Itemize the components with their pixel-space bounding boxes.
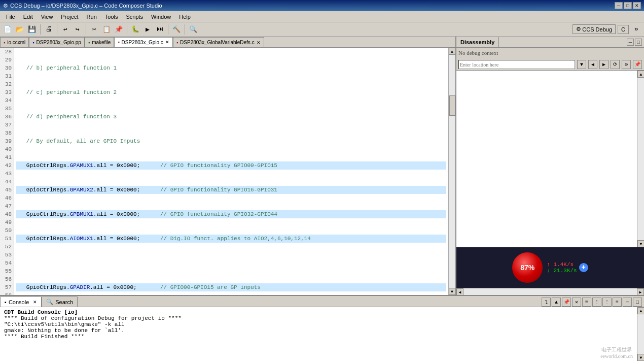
tab-console[interactable]: ▪ Console ✕ bbox=[0, 297, 42, 307]
console-build-start: **** Build of configuration Debug for pr… bbox=[4, 315, 633, 321]
meter-download-speed: ↓ 21.3K/s bbox=[547, 268, 577, 274]
menu-window[interactable]: Window bbox=[147, 13, 175, 21]
tab-dsp2803x-gpio-c[interactable]: ▪ DSP2803x_Gpio.c ✕ bbox=[114, 37, 172, 47]
toolbar-run[interactable]: ▶ bbox=[142, 24, 153, 35]
tab-label-dsp-global: DSP2803x_GlobalVariableDefs.c bbox=[180, 40, 255, 45]
scroll-down-arrow[interactable]: ▼ bbox=[449, 288, 456, 295]
console-minimize[interactable]: ─ bbox=[623, 298, 632, 307]
location-input[interactable] bbox=[458, 60, 575, 69]
menu-tools[interactable]: Tools bbox=[101, 13, 122, 21]
console-scroll-arrow-down[interactable]: ▼ bbox=[637, 354, 644, 361]
console-gmake-cmd: "C:\ti\ccsv5\utils\bin\gmake" -k all bbox=[4, 321, 633, 327]
tab-search[interactable]: 🔍 Search bbox=[42, 297, 78, 307]
toolbar-build[interactable]: 🔨 bbox=[171, 24, 182, 35]
menu-scripts[interactable]: Scripts bbox=[122, 13, 147, 21]
tab-label-dsp-pp: DSP2803x_Gpio.pp bbox=[37, 40, 81, 45]
console-scroll-arrow-up[interactable]: ▲ bbox=[637, 307, 644, 314]
menu-help[interactable]: Help bbox=[175, 13, 195, 21]
tab-makefile[interactable]: ▪ makefile bbox=[85, 37, 114, 47]
menu-project[interactable]: Project bbox=[57, 13, 82, 21]
c-perspective[interactable]: C bbox=[618, 25, 629, 34]
ccs-debug-perspective[interactable]: ⚙ CCS Debug bbox=[573, 24, 616, 34]
meter-plus-button[interactable]: + bbox=[579, 263, 588, 272]
console-clear[interactable]: ✕ bbox=[572, 298, 581, 307]
toolbar-undo[interactable]: ↩ bbox=[60, 24, 71, 35]
toolbar-debug[interactable]: 🐛 bbox=[130, 24, 141, 35]
console-menu3[interactable]: ⋮ bbox=[602, 298, 612, 307]
menu-edit[interactable]: Edit bbox=[19, 13, 37, 21]
toolbar-new[interactable]: 📄 bbox=[2, 24, 13, 35]
hscroll-right[interactable]: ▶ bbox=[637, 288, 644, 296]
toolbar-search[interactable]: 🔍 bbox=[188, 24, 199, 35]
menu-file[interactable]: File bbox=[2, 13, 19, 21]
dis-scroll-down[interactable]: ▼ bbox=[637, 240, 644, 247]
line-numbers: 28293031 32333435 36373839 40414243 4445… bbox=[0, 48, 14, 295]
tab-close-dsp-c[interactable]: ✕ bbox=[165, 40, 169, 45]
toolbar-print[interactable]: 🖨 bbox=[43, 24, 54, 35]
watermark: 电子工程世界 eeworld.com.cn bbox=[600, 346, 633, 359]
toolbar-copy[interactable]: 📋 bbox=[101, 24, 112, 35]
location-pin-btn[interactable]: 📌 bbox=[633, 60, 642, 69]
tab-dsp2803x-globalvariabledefs[interactable]: ▪ DSP2803x_GlobalVariableDefs.c ✕ bbox=[173, 37, 264, 47]
right-pane: Disassembly ─ □ No debug context ▼ ◀ ▶ ⟳… bbox=[456, 37, 644, 295]
location-bookmark-btn[interactable]: ⊕ bbox=[622, 60, 631, 69]
scroll-thumb[interactable] bbox=[449, 95, 455, 116]
menu-view[interactable]: View bbox=[37, 13, 57, 21]
console-menu1[interactable]: ≡ bbox=[582, 298, 591, 307]
disassembly-content: ▲ ▼ bbox=[456, 71, 644, 247]
meter-stats: ↑ 1.4K/s ↓ 21.3K/s bbox=[547, 261, 577, 274]
hscroll-left[interactable]: ◀ bbox=[456, 288, 463, 296]
console-scroll-up[interactable]: ▲ bbox=[552, 298, 561, 307]
right-pane-hscrollbar[interactable]: ◀ ▶ bbox=[456, 288, 644, 295]
disassembly-scrollbar[interactable]: ▲ ▼ bbox=[637, 71, 644, 247]
location-fwd-btn[interactable]: ▶ bbox=[599, 60, 609, 69]
pane-maximize-btn[interactable]: □ bbox=[635, 39, 642, 46]
console-menu4[interactable]: ≡ bbox=[613, 298, 622, 307]
console-tab-close[interactable]: ✕ bbox=[33, 300, 37, 305]
toolbar-cut[interactable]: ✂ bbox=[89, 24, 100, 35]
code-line-30: // d) peripheral function 3 bbox=[16, 113, 446, 121]
disassembly-tab-bar: Disassembly ─ □ bbox=[456, 37, 644, 48]
location-go-btn[interactable]: ▼ bbox=[577, 60, 586, 69]
pane-minimize-btn[interactable]: ─ bbox=[627, 39, 634, 46]
menu-run[interactable]: Run bbox=[83, 13, 101, 21]
toolbar-more[interactable]: » bbox=[631, 24, 642, 35]
console-gmake-result: gmake: Nothing to be done for `all'. bbox=[4, 327, 633, 334]
tab-dsp2803x-gpio-pp[interactable]: ▪ DSP2803x_Gpio.pp bbox=[29, 37, 85, 47]
title-bar-controls[interactable]: ─ □ ✕ bbox=[615, 2, 641, 9]
tab-label-makefile: makefile bbox=[92, 40, 111, 45]
console-menu2[interactable]: ⋮ bbox=[592, 298, 601, 307]
code-line-33: GpioCtrlRegs.GPAMUX2.all = 0x0000; // GP… bbox=[16, 186, 446, 194]
dis-scroll-up[interactable]: ▲ bbox=[637, 71, 644, 78]
console-scrollbar[interactable]: ▲ ▼ bbox=[637, 307, 644, 361]
ccs-debug-label: CCS Debug bbox=[582, 26, 612, 32]
location-refresh-btn[interactable]: ⟳ bbox=[611, 60, 620, 69]
tab-io-ccxml[interactable]: ▪ io.ccxml bbox=[0, 37, 29, 47]
toolbar-open[interactable]: 📂 bbox=[14, 24, 25, 35]
code-line-29: // c) peripheral function 2 bbox=[16, 88, 446, 96]
toolbar-redo[interactable]: ↪ bbox=[72, 24, 83, 35]
code-line-31: // By default, all are GPIO Inputs bbox=[16, 137, 446, 145]
tab-close-dsp-global[interactable]: ✕ bbox=[257, 40, 261, 45]
code-content[interactable]: // b) peripheral function 1 // c) periph… bbox=[14, 48, 448, 295]
maximize-button[interactable]: □ bbox=[624, 2, 632, 9]
console-content[interactable]: CDT Build Console [io] **** Build of con… bbox=[0, 307, 637, 361]
disassembly-tab[interactable]: Disassembly bbox=[456, 37, 499, 47]
toolbar-right: ⚙ CCS Debug C » bbox=[573, 24, 642, 35]
toolbar-paste[interactable]: 📌 bbox=[113, 24, 124, 35]
app-icon: ⚙ bbox=[3, 3, 8, 9]
scroll-track[interactable] bbox=[449, 55, 455, 288]
toolbar-sep1 bbox=[40, 24, 41, 35]
toolbar-save[interactable]: 💾 bbox=[26, 24, 38, 35]
minimize-button[interactable]: ─ bbox=[615, 2, 623, 9]
console-scroll-end[interactable]: ⤵ bbox=[542, 298, 551, 307]
console-maximize[interactable]: □ bbox=[633, 298, 642, 307]
scroll-up-arrow[interactable]: ▲ bbox=[449, 48, 456, 55]
console-pin[interactable]: 📌 bbox=[562, 298, 571, 307]
location-back-btn[interactable]: ◀ bbox=[588, 60, 597, 69]
editor-scrollbar[interactable]: ▲ ▼ bbox=[448, 48, 455, 295]
code-line-32: GpioCtrlRegs.GPAMUX1.all = 0x0000; // GP… bbox=[16, 161, 446, 170]
location-bar: ▼ ◀ ▶ ⟳ ⊕ 📌 bbox=[456, 59, 644, 71]
toolbar-step[interactable]: ⏭ bbox=[154, 24, 165, 35]
close-button[interactable]: ✕ bbox=[633, 2, 641, 9]
